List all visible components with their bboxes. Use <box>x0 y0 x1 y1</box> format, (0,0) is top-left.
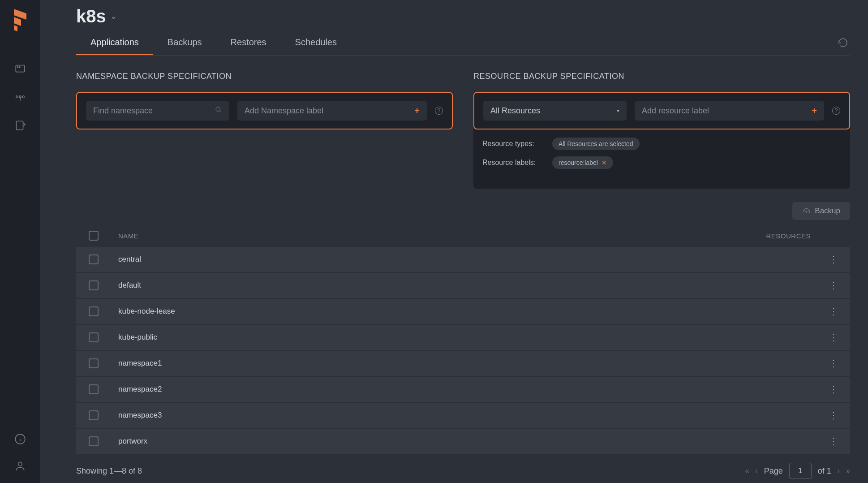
row-checkbox[interactable] <box>89 436 99 446</box>
row-menu-icon[interactable]: ⋮ <box>829 358 838 369</box>
last-page-icon[interactable]: » <box>846 467 850 475</box>
cloud-upload-icon <box>802 207 810 215</box>
table-row: kube-public ⋮ <box>76 325 850 350</box>
info-icon[interactable] <box>14 433 26 445</box>
pagination: « ‹ Page of 1 › » <box>745 463 850 479</box>
add-resource-label-input[interactable]: + <box>635 101 824 121</box>
namespace-name: namespace1 <box>118 359 162 368</box>
namespace-spec-title: NAMESPACE BACKUP SPECIFICATION <box>76 72 453 81</box>
tab-schedules[interactable]: Schedules <box>281 31 351 55</box>
notes-icon[interactable] <box>14 119 26 132</box>
backup-button[interactable]: Backup <box>792 202 850 220</box>
namespace-name: namespace2 <box>118 385 162 394</box>
row-menu-icon[interactable]: ⋮ <box>829 306 838 317</box>
dashboard-icon[interactable] <box>14 62 26 74</box>
table-row: portworx ⋮ <box>76 429 850 454</box>
search-icon <box>215 106 222 116</box>
table-row: namespace2 ⋮ <box>76 377 850 402</box>
table-row: namespace1 ⋮ <box>76 351 850 376</box>
resource-spec-title: RESOURCE BACKUP SPECIFICATION <box>473 72 850 81</box>
row-menu-icon[interactable]: ⋮ <box>829 254 838 265</box>
plus-icon: + <box>414 106 420 116</box>
resource-types-chip: All Resources are selected <box>552 138 640 150</box>
row-checkbox[interactable] <box>89 280 99 290</box>
resources-dropdown[interactable]: All Resources ▾ <box>483 101 627 121</box>
remove-chip-icon[interactable]: ✕ <box>602 159 607 166</box>
tab-applications[interactable]: Applications <box>76 31 153 55</box>
namespace-spec: NAMESPACE BACKUP SPECIFICATION + ? <box>76 72 453 189</box>
svg-point-2 <box>19 67 20 68</box>
table-row: central ⋮ <box>76 247 850 272</box>
column-name: NAME <box>118 232 138 240</box>
svg-point-9 <box>18 462 22 466</box>
column-resources: RESOURCES <box>766 232 811 240</box>
namespace-name: kube-public <box>118 333 157 342</box>
plus-icon: + <box>812 106 817 116</box>
page-label: Page <box>764 466 783 476</box>
table-row: namespace3 ⋮ <box>76 403 850 428</box>
cluster-dropdown[interactable]: k8s ⌄ <box>76 6 116 26</box>
namespace-name: kube-node-lease <box>118 307 175 316</box>
select-all-checkbox[interactable] <box>89 231 99 241</box>
row-menu-icon[interactable]: ⋮ <box>829 280 838 291</box>
sidebar <box>0 0 40 483</box>
svg-line-11 <box>219 111 221 112</box>
svg-rect-5 <box>16 121 23 130</box>
namespace-name: default <box>118 281 141 290</box>
tab-restores[interactable]: Restores <box>216 31 281 55</box>
showing-text: Showing 1—8 of 8 <box>76 466 142 476</box>
row-checkbox[interactable] <box>89 306 99 316</box>
page-total: of 1 <box>818 466 831 476</box>
resource-types-label: Resource types: <box>482 140 545 148</box>
svg-point-1 <box>17 67 18 68</box>
cluster-name: k8s <box>76 6 106 26</box>
refresh-icon[interactable] <box>838 37 850 49</box>
add-namespace-label-input[interactable]: + <box>237 101 427 121</box>
resource-spec-box: All Resources ▾ + ? <box>473 92 850 129</box>
find-namespace-input[interactable] <box>86 101 229 121</box>
page-input[interactable] <box>789 463 812 479</box>
namespace-name: portworx <box>118 437 147 446</box>
resource-spec: RESOURCE BACKUP SPECIFICATION All Resour… <box>473 72 850 189</box>
row-menu-icon[interactable]: ⋮ <box>829 410 838 421</box>
first-page-icon[interactable]: « <box>745 467 749 475</box>
row-checkbox[interactable] <box>89 358 99 368</box>
row-checkbox[interactable] <box>89 410 99 420</box>
chevron-down-icon: ⌄ <box>111 12 116 21</box>
row-menu-icon[interactable]: ⋮ <box>829 384 838 395</box>
svg-point-10 <box>216 107 220 111</box>
resource-labels-label: Resource labels: <box>482 159 545 167</box>
namespace-name: central <box>118 255 141 264</box>
row-menu-icon[interactable]: ⋮ <box>829 332 838 343</box>
tab-backups[interactable]: Backups <box>153 31 216 55</box>
logo <box>12 7 28 35</box>
row-checkbox[interactable] <box>89 254 99 264</box>
prev-page-icon[interactable]: ‹ <box>755 467 757 475</box>
row-menu-icon[interactable]: ⋮ <box>829 436 838 447</box>
main-content: k8s ⌄ Applications Backups Restores Sche… <box>40 0 868 483</box>
svg-rect-0 <box>16 65 25 72</box>
chevron-down-icon: ▾ <box>617 108 619 114</box>
user-icon[interactable] <box>14 460 26 472</box>
resource-label-chip: resource:label ✕ <box>552 156 613 169</box>
table-row: kube-node-lease ⋮ <box>76 299 850 324</box>
namespace-spec-box: + ? <box>76 92 453 129</box>
row-checkbox[interactable] <box>89 332 99 342</box>
tabs: Applications Backups Restores Schedules <box>76 31 850 56</box>
next-page-icon[interactable]: › <box>838 467 840 475</box>
row-checkbox[interactable] <box>89 384 99 394</box>
help-icon[interactable]: ? <box>435 107 443 115</box>
table-row: default ⋮ <box>76 273 850 298</box>
broadcast-icon[interactable] <box>14 91 26 103</box>
namespace-table: NAME RESOURCES central ⋮ default ⋮ kube-… <box>76 224 850 455</box>
svg-point-3 <box>19 96 21 98</box>
help-icon[interactable]: ? <box>832 107 840 115</box>
namespace-name: namespace3 <box>118 411 162 420</box>
